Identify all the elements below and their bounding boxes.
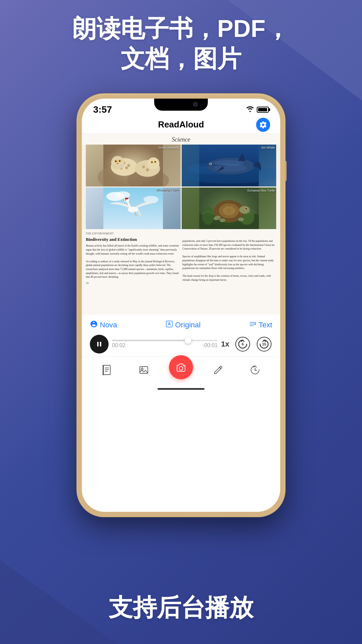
animal-cell-snow-leopard: Snow Leopards bbox=[86, 145, 181, 186]
book-layout: Science bbox=[82, 133, 280, 315]
nav-item-history[interactable] bbox=[243, 363, 267, 377]
svg-point-44 bbox=[125, 199, 126, 201]
text-label: Text bbox=[259, 321, 272, 329]
article-section-label: THE ENVIRONMENT bbox=[86, 232, 180, 236]
app-title: ReadAloud bbox=[158, 119, 204, 130]
play-pause-button[interactable] bbox=[90, 335, 109, 354]
svg-point-16 bbox=[116, 163, 119, 164]
notch-camera bbox=[193, 102, 198, 107]
article-left-col: THE ENVIRONMENT Biodiversity and Extinct… bbox=[86, 232, 180, 312]
animal-cell-turtle: European Box Turtle bbox=[182, 187, 277, 229]
status-icons bbox=[246, 105, 269, 114]
nav-item-images[interactable] bbox=[132, 363, 156, 377]
history-nav-icon bbox=[248, 363, 262, 377]
article-body-right: populations, and only 3 percent have pop… bbox=[182, 232, 276, 282]
phone-notch bbox=[154, 99, 208, 111]
text-mode-icon bbox=[249, 320, 257, 330]
skip-back-circle: 6 bbox=[235, 337, 250, 352]
font-icon bbox=[165, 320, 173, 330]
nav-item-books[interactable] bbox=[95, 363, 119, 377]
article-right-col: populations, and only 3 percent have pop… bbox=[182, 232, 276, 312]
animal-label-crane: Whooping Crane bbox=[157, 189, 179, 192]
bottom-nav bbox=[82, 356, 280, 386]
article-title: Biodiversity and Extinction bbox=[86, 236, 180, 243]
svg-point-39 bbox=[115, 191, 130, 198]
progress-thumb[interactable] bbox=[185, 337, 191, 344]
svg-point-60 bbox=[248, 209, 249, 210]
headline: 朗读电子书，PDF， 文档，图片 bbox=[0, 13, 362, 74]
svg-text:6: 6 bbox=[242, 342, 244, 346]
nova-icon bbox=[90, 320, 98, 330]
phone-side-button bbox=[285, 161, 287, 181]
svg-point-35 bbox=[210, 163, 211, 165]
book-content: Science bbox=[82, 133, 280, 315]
svg-point-26 bbox=[152, 162, 153, 163]
animal-cell-crane: Whooping Crane bbox=[86, 187, 181, 229]
svg-point-20 bbox=[146, 168, 149, 171]
svg-point-23 bbox=[147, 157, 160, 169]
svg-point-76 bbox=[141, 368, 143, 370]
headline-line1: 朗读电子书，PDF， bbox=[0, 13, 362, 44]
settings-button[interactable] bbox=[256, 118, 270, 132]
svg-point-36 bbox=[214, 160, 244, 166]
progress-row: 00:02 -00:01 1x bbox=[90, 335, 272, 354]
wifi-icon bbox=[246, 105, 254, 114]
progress-track bbox=[112, 340, 218, 341]
svg-point-62 bbox=[219, 218, 225, 222]
time-labels: 00:02 -00:01 bbox=[112, 342, 218, 348]
svg-point-14 bbox=[115, 161, 117, 162]
svg-point-10 bbox=[111, 156, 124, 169]
player-tab-original[interactable]: Original bbox=[165, 320, 201, 330]
progress-fill bbox=[112, 340, 188, 341]
svg-rect-69 bbox=[100, 342, 101, 346]
nav-item-camera[interactable] bbox=[169, 355, 193, 379]
player-area: Nova Original bbox=[82, 315, 280, 356]
svg-point-78 bbox=[183, 366, 184, 367]
svg-point-63 bbox=[238, 217, 244, 221]
svg-point-9 bbox=[125, 166, 128, 169]
animal-label-whale: Sei Whale bbox=[261, 146, 275, 149]
phone-mockup: 3:57 ReadAloud bbox=[77, 94, 285, 517]
skip-forward-button[interactable]: 15 bbox=[256, 336, 272, 352]
svg-point-15 bbox=[119, 160, 120, 162]
svg-point-56 bbox=[239, 206, 250, 214]
svg-point-7 bbox=[127, 164, 130, 167]
animal-label-snow-leopard: Snow Leopards bbox=[158, 146, 179, 149]
player-tabs: Nova Original bbox=[90, 320, 272, 330]
svg-point-22 bbox=[142, 165, 145, 168]
player-tab-nova[interactable]: Nova bbox=[90, 320, 117, 330]
image-nav-icon bbox=[137, 363, 150, 377]
remaining-time: -00:01 bbox=[202, 342, 218, 348]
svg-point-59 bbox=[246, 208, 247, 209]
animal-label-turtle: European Box Turtle bbox=[247, 189, 275, 192]
svg-text:15: 15 bbox=[262, 342, 266, 346]
article-body-left: Human activity has killed off much of th… bbox=[86, 244, 180, 279]
progress-track-wrap[interactable]: 00:02 -00:01 bbox=[112, 340, 218, 348]
skip-forward-circle: 15 bbox=[257, 337, 272, 352]
headline-line2: 文档，图片 bbox=[0, 44, 362, 74]
nav-item-edit[interactable] bbox=[206, 363, 230, 377]
nova-label: Nova bbox=[100, 321, 117, 329]
svg-point-43 bbox=[125, 198, 128, 199]
animal-grid: Snow Leopards bbox=[86, 145, 276, 229]
svg-point-27 bbox=[155, 161, 156, 162]
svg-point-58 bbox=[245, 208, 247, 209]
book-article: THE ENVIRONMENT Biodiversity and Extinct… bbox=[82, 229, 280, 315]
edit-nav-icon bbox=[212, 363, 225, 377]
speed-skip-controls: 1x 6 bbox=[221, 336, 272, 352]
speed-button[interactable]: 1x bbox=[221, 340, 229, 348]
svg-point-47 bbox=[202, 207, 214, 224]
page-number: 56 bbox=[86, 281, 180, 285]
player-tab-text[interactable]: Text bbox=[249, 320, 272, 330]
skip-back-button[interactable]: 6 bbox=[235, 336, 251, 352]
book-nav-icon bbox=[100, 363, 114, 377]
phone-screen: 3:57 ReadAloud bbox=[82, 99, 280, 512]
phone-frame: 3:57 ReadAloud bbox=[77, 94, 285, 517]
svg-rect-68 bbox=[97, 342, 99, 346]
current-time: 00:02 bbox=[112, 342, 125, 348]
book-section-title: Science bbox=[172, 136, 190, 143]
home-indicator bbox=[158, 388, 204, 390]
original-label: Original bbox=[175, 321, 201, 329]
subtitle: 支持后台播放 bbox=[0, 592, 362, 624]
animal-cell-whale: Sei Whale bbox=[182, 145, 277, 186]
